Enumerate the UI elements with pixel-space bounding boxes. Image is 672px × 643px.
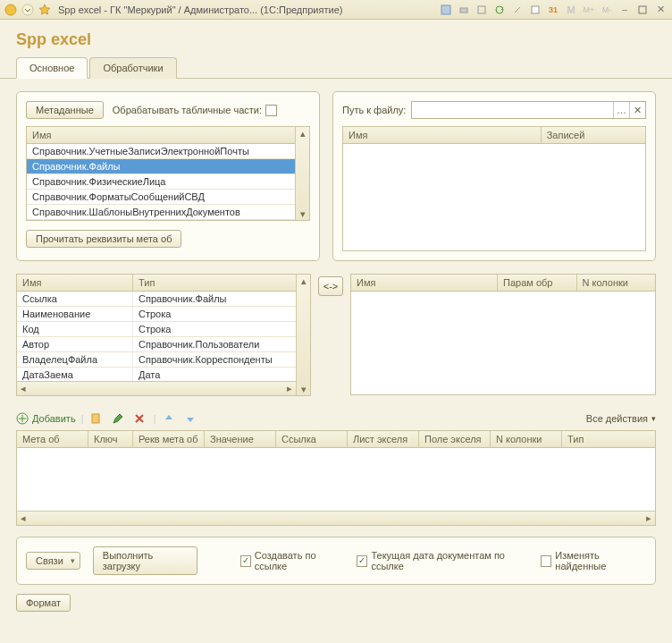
svg-rect-6 (532, 6, 539, 13)
svg-rect-7 (639, 6, 646, 13)
map-col-param: Парам обр (498, 275, 577, 291)
create-by-ref-checkbox[interactable] (240, 555, 251, 567)
attrs-row[interactable]: СсылкаСправочник.Файлы (17, 292, 296, 307)
reload-icon[interactable] (491, 3, 508, 17)
grid-col-ref: Ссылка (276, 431, 348, 447)
calc-icon[interactable] (527, 3, 543, 17)
calendar-icon[interactable]: 31 (545, 3, 561, 17)
grid-col-value: Значение (205, 431, 276, 447)
grid-col-type: Тип (562, 431, 655, 447)
filepath-clear-button[interactable]: ✕ (629, 102, 645, 118)
filepath-label: Путь к файлу: (342, 105, 406, 115)
link-icon[interactable] (509, 3, 525, 17)
copy-icon[interactable] (88, 410, 105, 427)
svg-point-0 (5, 4, 16, 15)
m-minus-icon[interactable]: M- (599, 3, 615, 17)
scrollbar-horizontal[interactable]: ◂▸ (17, 511, 655, 525)
move-down-icon[interactable] (182, 410, 198, 427)
read-attrs-button[interactable]: Прочитать реквизиты мета об (26, 230, 181, 248)
metadata-table: Имя Справочник.УчетныеЗаписиЭлектроннойП… (26, 126, 310, 221)
grid-col-sheet: Лист экселя (348, 431, 419, 447)
svg-rect-9 (92, 414, 99, 423)
attrs-table: Имя Тип СсылкаСправочник.Файлы Наименова… (16, 274, 311, 396)
attrs-row[interactable]: ВладелецФайлаСправочник.Корреспонденты (17, 352, 296, 368)
map-col-ncol: N колонки (577, 275, 656, 291)
delete-icon[interactable] (131, 410, 147, 427)
tab-handlers[interactable]: Обработчики (89, 57, 176, 79)
attrs-col-name: Имя (17, 275, 133, 291)
svg-rect-2 (441, 5, 450, 14)
format-button[interactable]: Формат (16, 594, 71, 612)
minimize-button[interactable]: − (617, 3, 633, 17)
metadata-row[interactable]: Справочник.ШаблоныВнутреннихДокументов (27, 205, 295, 220)
sheets-table: Имя Записей (342, 126, 646, 251)
metadata-col-name: Имя (27, 127, 295, 143)
print-icon[interactable] (456, 3, 472, 17)
tab-bar: Основное Обработчики (0, 56, 672, 79)
scrollbar-vertical[interactable]: ▴▾ (295, 127, 309, 220)
attrs-row[interactable]: ДатаЗаемаДата (17, 368, 296, 381)
attrs-row[interactable]: КодСтрока (17, 322, 296, 337)
attrs-row[interactable]: НаименованиеСтрока (17, 307, 296, 322)
metadata-panel: Метаданные Обрабатывать табличные части:… (16, 91, 320, 261)
metadata-row[interactable]: Справочник.УчетныеЗаписиЭлектроннойПочты (27, 144, 295, 159)
attrs-row[interactable]: АвторСправочник.Пользователи (17, 337, 296, 352)
m-icon[interactable]: M (563, 3, 579, 17)
page-title: Spp excel (0, 20, 672, 56)
svg-rect-3 (460, 8, 467, 13)
preview-icon[interactable] (474, 3, 490, 17)
all-actions-button[interactable]: Все действия ▾ (586, 413, 656, 424)
scrollbar-vertical[interactable]: ▴▾ (296, 275, 310, 395)
mapping-table: Имя Парам обр N колонки (350, 274, 656, 395)
app-1c-icon (4, 3, 18, 17)
metadata-row[interactable]: Справочник.ФорматыСообщенийСВД (27, 190, 295, 205)
change-found-checkbox[interactable] (541, 555, 551, 567)
move-up-icon[interactable] (161, 410, 177, 427)
save-icon[interactable] (438, 3, 454, 17)
process-tabular-checkbox[interactable] (265, 105, 277, 116)
maximize-button[interactable] (634, 3, 651, 17)
metadata-row[interactable]: Справочник.Файлы (27, 159, 295, 174)
grid-col-req: Рекв мета об (133, 431, 205, 447)
metadata-row[interactable]: Справочник.ФизическиеЛица (27, 174, 295, 190)
main-grid: Мета об Ключ Рекв мета об Значение Ссылк… (16, 430, 656, 526)
grid-col-key: Ключ (88, 431, 133, 447)
tab-main[interactable]: Основное (16, 57, 88, 79)
sheets-col-records: Записей (542, 127, 645, 143)
change-found-label: Изменять найденные (555, 550, 646, 571)
create-by-ref-label: Создавать по ссылке (255, 550, 344, 571)
window-title: Spp excel - ГК "Меркурий" / Администрато… (55, 4, 436, 15)
map-col-name: Имя (351, 275, 498, 291)
grid-col-meta: Мета об (17, 431, 88, 447)
filepath-input[interactable]: … ✕ (411, 101, 646, 119)
current-date-label: Текущая дата документам по ссылке (371, 550, 528, 571)
title-bar: Spp excel - ГК "Меркурий" / Администрато… (0, 0, 672, 20)
svg-point-1 (22, 4, 33, 15)
grid-toolbar: Добавить | | Все действия ▾ (16, 407, 656, 430)
file-panel: Путь к файлу: … ✕ Имя Записей (332, 91, 656, 261)
links-button[interactable]: Связи (26, 552, 80, 570)
swap-button[interactable]: <-> (318, 276, 343, 296)
svg-rect-4 (478, 6, 485, 13)
scrollbar-horizontal[interactable]: ◂▸ (17, 381, 296, 395)
favorite-star-icon[interactable] (38, 3, 52, 17)
grid-col-field: Поле экселя (419, 431, 491, 447)
close-button[interactable]: ✕ (652, 3, 668, 17)
grid-col-ncol: N колонки (491, 431, 562, 447)
current-date-checkbox[interactable] (357, 555, 367, 567)
actions-panel: Связи Выполнить загрузку Создавать по сс… (16, 537, 656, 585)
add-button[interactable]: Добавить (16, 412, 76, 425)
attrs-col-type: Тип (133, 275, 296, 291)
m-plus-icon[interactable]: M+ (581, 3, 597, 17)
run-load-button[interactable]: Выполнить загрузку (93, 546, 197, 575)
sheets-col-name: Имя (343, 127, 542, 143)
metadata-button[interactable]: Метаданные (26, 101, 104, 119)
edit-icon[interactable] (110, 410, 126, 427)
nav-dropdown-icon[interactable] (21, 3, 35, 17)
process-tabular-label: Обрабатывать табличные части: (113, 105, 262, 115)
filepath-browse-button[interactable]: … (613, 102, 629, 118)
